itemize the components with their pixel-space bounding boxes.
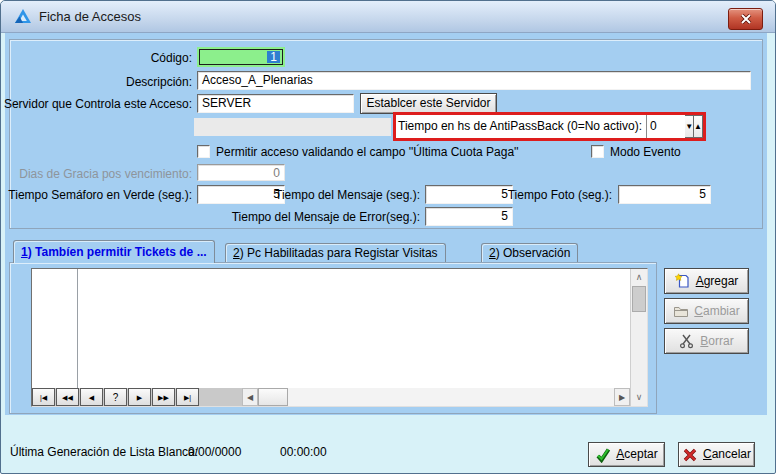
agregar-button[interactable]: Agregar xyxy=(664,268,749,294)
window-title: Ficha de Accesos xyxy=(39,9,141,24)
cuota-paga-checkbox[interactable] xyxy=(197,145,210,158)
descripcion-field[interactable]: Acceso_A_Plenarias xyxy=(197,71,751,90)
check-icon xyxy=(595,447,611,463)
nav-search-button[interactable]: ? xyxy=(104,388,127,406)
tab-observacion-label: ) Observación xyxy=(496,246,571,260)
scroll-up-button[interactable]: ∧ xyxy=(631,269,647,285)
nav-prev-page-icon: ◀◀ xyxy=(62,394,73,402)
app-logo-icon xyxy=(14,8,32,26)
semaforo-field[interactable]: 5 xyxy=(197,185,285,204)
dias-gracia-field[interactable]: 0 xyxy=(197,164,285,181)
title-bar[interactable]: Ficha de Accesos xyxy=(1,1,776,33)
close-button[interactable] xyxy=(728,8,763,30)
nav-next-button[interactable]: ▶ xyxy=(128,388,151,406)
nav-prev-page-button[interactable]: ◀◀ xyxy=(56,388,79,406)
close-icon xyxy=(740,14,752,24)
grid-column-divider xyxy=(77,269,78,388)
antipassback-field[interactable]: 0 xyxy=(646,115,685,138)
folder-icon xyxy=(673,303,689,319)
vertical-scrollbar[interactable]: ∧ ∨ xyxy=(630,269,647,406)
servidor-label: Servidor que Controla este Acceso: xyxy=(4,97,192,112)
lista-blanca-time: 00:00:00 xyxy=(280,445,327,459)
servidor-field[interactable]: SERVER xyxy=(197,94,354,113)
nav-prev-icon: ◀ xyxy=(89,394,94,402)
tab-tickets[interactable]: 1) Tambíen permitir Tickets de ... xyxy=(13,240,215,263)
cancelar-label: Cancelar xyxy=(703,448,751,461)
nav-next-page-icon: ▶▶ xyxy=(158,394,169,402)
modo-evento-label: Modo Evento xyxy=(610,145,681,160)
tab-pc-habilitadas[interactable]: 2) Pc Habilitadas para Registar Visitas xyxy=(225,243,446,262)
descripcion-label: Descripción: xyxy=(126,75,192,90)
arrow-right-icon: ▶ xyxy=(619,393,625,402)
nav-next-icon: ▶ xyxy=(137,394,142,402)
horizontal-scrollbar-track[interactable] xyxy=(288,388,614,406)
modo-evento-checkbox[interactable] xyxy=(591,145,604,158)
new-document-icon xyxy=(675,273,691,289)
mensaje-field[interactable]: 5 xyxy=(425,185,513,204)
horizontal-scrollbar-thumb[interactable] xyxy=(258,388,288,406)
nav-prev-button[interactable]: ◀ xyxy=(80,388,103,406)
codigo-selected-value: 1 xyxy=(267,51,280,63)
cambiar-label: Cambiar xyxy=(694,305,739,318)
mensaje-error-field[interactable]: 5 xyxy=(425,207,513,226)
foto-field[interactable]: 5 xyxy=(618,185,711,204)
tab-tickets-label: ) Tambíen permitir Tickets de ... xyxy=(28,245,207,259)
cuota-paga-label: Permitir acceso validando el campo ''Últ… xyxy=(216,145,519,160)
scroll-down-button[interactable]: ∨ xyxy=(631,389,647,405)
scissors-icon xyxy=(679,333,695,349)
hscroll-right-button[interactable]: ▶ xyxy=(614,388,630,406)
navigator-spacer xyxy=(200,388,242,406)
cambiar-button[interactable]: Cambiar xyxy=(664,298,749,324)
nav-first-button[interactable]: |◀ xyxy=(32,388,55,406)
records-grid[interactable]: ∧ ∨ |◀ ◀◀ ◀ ? ▶ ▶▶ ▶| ◀ ▶ xyxy=(31,268,648,407)
foto-label: Tiempo Foto (seg.): xyxy=(508,188,612,203)
spin-up-button[interactable]: ▲ xyxy=(694,115,703,138)
borrar-label: Borrar xyxy=(700,335,733,348)
vertical-scrollbar-thumb[interactable] xyxy=(632,286,646,312)
grid-bottom-bar: |◀ ◀◀ ◀ ? ▶ ▶▶ ▶| ◀ ▶ xyxy=(32,388,630,406)
semaforo-label: Tiempo Semáforo en Verde (seg.): xyxy=(8,188,192,203)
tab-pc-habilitadas-num: 2 xyxy=(233,246,240,260)
antipassback-highlight-box: Tiempo en hs de AntiPassBack (0=No activ… xyxy=(393,112,706,141)
arrow-left-icon: ◀ xyxy=(247,393,253,402)
mensaje-label: Tiempo del Mensaje (seg.): xyxy=(275,188,420,203)
antipassback-label: Tiempo en hs de AntiPassBack (0=No activ… xyxy=(396,115,646,138)
dias-gracia-label: Dias de Gracia pos vencimiento: xyxy=(19,167,192,182)
nav-next-page-button[interactable]: ▶▶ xyxy=(152,388,175,406)
cancelar-button[interactable]: Cancelar xyxy=(678,442,755,467)
borrar-button[interactable]: Borrar xyxy=(664,328,749,354)
disabled-field xyxy=(194,118,391,136)
hscroll-left-button[interactable]: ◀ xyxy=(242,388,258,406)
lista-blanca-label: Última Generación de Lista Blanca: xyxy=(10,445,198,459)
tab-tickets-num: 1 xyxy=(21,245,28,259)
question-icon: ? xyxy=(113,393,119,403)
nav-last-icon: ▶| xyxy=(184,394,191,402)
codigo-field[interactable]: 1 xyxy=(197,47,285,67)
nav-first-icon: |◀ xyxy=(40,394,47,402)
chevron-down-icon: ∨ xyxy=(636,392,643,402)
spin-up-icon: ▲ xyxy=(694,122,702,131)
spin-down-icon: ▼ xyxy=(685,122,693,131)
agregar-label: Agregar xyxy=(696,275,739,288)
spin-down-button[interactable]: ▼ xyxy=(685,115,694,138)
establecer-servidor-label: Establcer este Servidor xyxy=(366,97,490,110)
dialog-ficha-de-accesos: Ficha de Accesos Código: 1 Descripción: … xyxy=(0,0,776,474)
codigo-label: Código: xyxy=(151,51,192,66)
nav-last-button[interactable]: ▶| xyxy=(176,388,199,406)
mensaje-error-label: Tiempo del Mensaje de Error(seg.): xyxy=(232,210,420,225)
chevron-up-icon: ∧ xyxy=(636,272,643,282)
tab-pc-habilitadas-label: ) Pc Habilitadas para Registar Visitas xyxy=(240,246,438,260)
lista-blanca-date: 0/00/0000 xyxy=(188,445,241,459)
tab-observacion-num: 2 xyxy=(489,246,496,260)
aceptar-button[interactable]: Aceptar xyxy=(588,442,665,467)
aceptar-label: Aceptar xyxy=(616,448,657,461)
tab-observacion[interactable]: 2) Observación xyxy=(481,243,578,262)
x-icon xyxy=(682,447,698,463)
establecer-servidor-button[interactable]: Establcer este Servidor xyxy=(360,93,497,114)
